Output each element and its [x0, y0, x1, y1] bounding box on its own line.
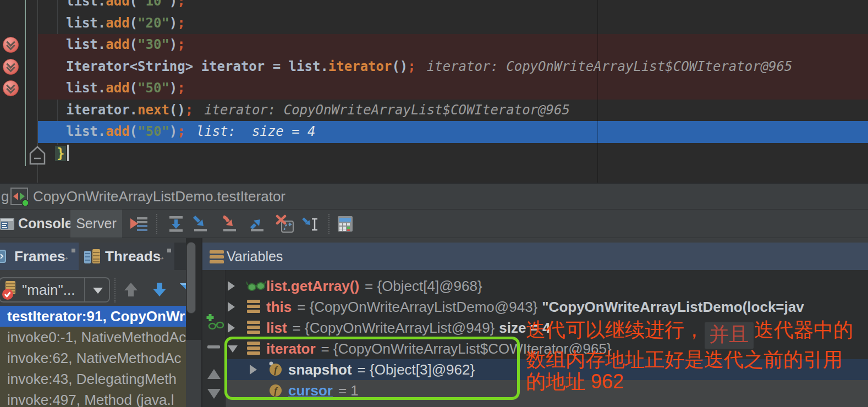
frames-scrollbar-track[interactable]	[186, 238, 201, 340]
previous-frame-button[interactable]	[122, 280, 140, 301]
collapsed-arrow-icon[interactable]	[228, 281, 235, 291]
code-token: list.	[66, 80, 106, 96]
remove-watch-icon	[207, 344, 221, 350]
code-token: )	[169, 15, 177, 31]
breakpoint-icon[interactable]	[2, 80, 19, 97]
next-frame-button[interactable]	[151, 280, 168, 301]
edge-clipped-text: g	[1, 184, 9, 209]
code-line[interactable]: list.add("50");	[38, 78, 868, 100]
threads-icon	[83, 248, 102, 266]
thread-selector-value: "main"...	[22, 278, 75, 301]
move-down-button[interactable]	[206, 387, 222, 404]
tab-frames[interactable]: Frames →	[0, 243, 79, 270]
panel-top-strip	[202, 238, 868, 243]
debug-bottom-area: Frames → Threads → "main"... testIterato…	[0, 238, 868, 407]
code-token: (	[130, 80, 138, 96]
code-line[interactable]: list.add("50");list: size = 4	[38, 121, 868, 143]
debug-location-bar: g CopyOnWriteArrayListDemo.testIterator	[0, 183, 868, 209]
field-icon: f	[268, 382, 283, 401]
collapsed-arrow-icon[interactable]	[228, 323, 235, 333]
thread-selector-dropdown[interactable]: "main"...	[0, 277, 110, 302]
code-token: "50"	[138, 80, 169, 96]
expanded-arrow-icon[interactable]	[228, 345, 238, 353]
step-out-button[interactable]	[248, 215, 267, 234]
fold-end-icon[interactable]	[29, 146, 46, 168]
variable-value: = {Object[4]@968}	[365, 278, 482, 294]
tab-server[interactable]: Server	[70, 210, 122, 238]
code-token: )	[169, 80, 177, 96]
variable-value: = {Object[3]@962}	[358, 361, 475, 378]
code-token: (	[130, 0, 138, 9]
stack-frame-row[interactable]: invoke0:-1, NativeMethodAc	[0, 327, 186, 348]
code-token: "50"	[138, 124, 169, 139]
pin-arrow-icon[interactable]: →	[58, 243, 75, 270]
frames-panel: Frames → Threads → "main"... testIterato…	[0, 238, 201, 407]
panel-divider[interactable]	[201, 238, 202, 407]
frames-scrollbar-thumb[interactable]	[186, 242, 196, 314]
variable-row[interactable]: list.getArray()= {Object[4]@968}	[226, 276, 868, 296]
code-editor[interactable]: list.add("10");list.add("20");list.add("…	[0, 0, 868, 183]
code-token: ()	[392, 59, 408, 74]
code-line[interactable]: list.add("30");	[38, 34, 868, 56]
object-icon	[246, 320, 261, 338]
tab-console[interactable]: Console	[0, 210, 70, 238]
code-token: add	[106, 124, 129, 139]
collapsed-arrow-icon[interactable]	[250, 365, 257, 375]
tab-threads[interactable]: Threads →	[79, 243, 174, 270]
gutter-marker-line	[25, 0, 26, 166]
toolbar-separator	[156, 214, 157, 234]
code-line[interactable]: iterator.next();iterator: CopyOnWriteArr…	[38, 100, 868, 122]
code-line[interactable]: list.add("10");	[38, 0, 868, 13]
code-token: ;	[408, 59, 415, 74]
add-watch-button[interactable]	[205, 313, 224, 333]
pin-arrow-icon[interactable]: →	[154, 243, 171, 270]
chevron-down-icon[interactable]	[84, 278, 109, 301]
tab-threads-label: Threads	[105, 243, 161, 270]
force-step-into-icon	[220, 215, 239, 233]
code-line[interactable]: }	[38, 143, 868, 165]
stack-frame-row[interactable]: invoke:497, Method (java.l	[0, 389, 186, 407]
variable-row[interactable]: this= {CopyOnWriteArrayListDemo@943}"Cop…	[226, 296, 868, 317]
code-token: ;	[177, 15, 185, 31]
ide-debugger-window: list.add("10");list.add("20");list.add("…	[0, 0, 868, 407]
show-execution-point-icon	[129, 215, 149, 233]
code-token: )	[169, 37, 177, 52]
variable-name: iterator	[266, 340, 316, 357]
code-token: "10"	[138, 0, 169, 9]
code-token: list.	[66, 15, 106, 31]
evaluate-expression-button[interactable]	[336, 215, 355, 234]
stack-frame-row[interactable]: invoke:43, DelegatingMeth	[0, 369, 186, 389]
collapsed-arrow-icon[interactable]	[228, 302, 235, 312]
code-token: ()	[169, 102, 185, 118]
code-token: ;	[185, 102, 193, 118]
code-token: ;	[177, 124, 185, 139]
breakpoint-icon[interactable]	[2, 58, 19, 75]
stack-frame-row[interactable]: invoke:62, NativeMethodAc	[0, 348, 186, 369]
stack-frame-row[interactable]: testIterator:91, CopyOnWrite	[0, 306, 186, 327]
variables-header: Variables	[202, 243, 868, 270]
force-step-into-button[interactable]	[220, 215, 240, 234]
step-into-button[interactable]	[191, 215, 211, 234]
show-execution-point-button[interactable]	[129, 215, 149, 234]
annotation-boxed-text: 并且	[705, 322, 754, 349]
move-up-button[interactable]	[206, 367, 222, 384]
code-token: add	[106, 37, 129, 52]
step-over-button[interactable]	[167, 215, 186, 234]
code-token: )	[169, 124, 177, 139]
variable-name: this	[266, 299, 292, 315]
breakpoint-icon[interactable]	[2, 36, 19, 53]
inline-debugger-hint: iterator: CopyOnWriteArrayList$COWIterat…	[427, 59, 793, 74]
right-margin-guide	[597, 0, 598, 183]
thread-suspended-icon	[2, 280, 18, 301]
variable-name: snapshot	[288, 361, 352, 378]
tab-console-label: Console	[18, 210, 70, 238]
run-to-cursor-button[interactable]	[301, 215, 321, 234]
drop-frame-button[interactable]	[275, 215, 295, 234]
code-line[interactable]: list.add("20");	[38, 13, 868, 35]
remove-watch-button[interactable]	[207, 342, 221, 352]
move-up-icon	[206, 367, 222, 382]
current-frame-location[interactable]: CopyOnWriteArrayListDemo.testIterator	[33, 184, 285, 209]
drop-frame-icon	[275, 215, 295, 233]
code-line[interactable]: Iterator<String> iterator = list.iterato…	[38, 56, 868, 78]
inline-debugger-hint: iterator: CopyOnWriteArrayList$COWIterat…	[204, 102, 570, 118]
